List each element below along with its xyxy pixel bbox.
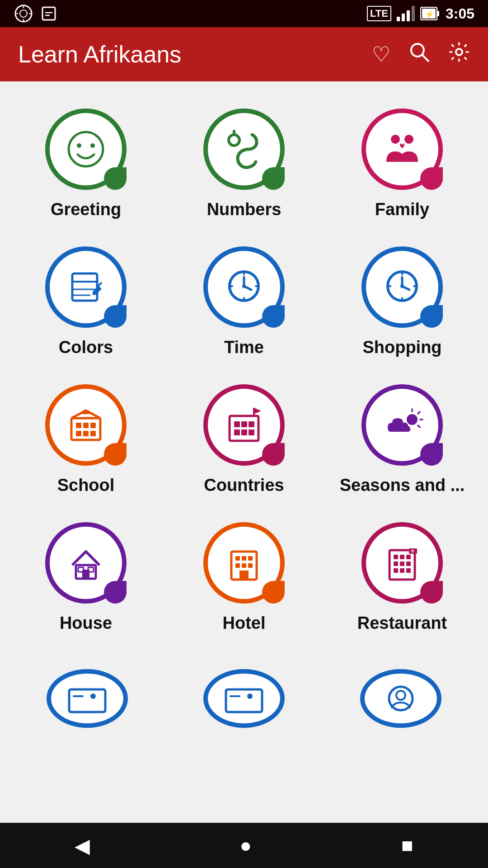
- family-label: Family: [375, 200, 429, 219]
- status-bar: LTE ⚡ 3:05: [0, 0, 488, 27]
- hotel-icon-container: [203, 522, 285, 604]
- countries-icon: [221, 402, 267, 448]
- svg-point-43: [400, 284, 404, 288]
- svg-rect-84: [394, 555, 398, 559]
- svg-rect-95: [69, 689, 105, 712]
- partial-item-1[interactable]: [9, 656, 166, 728]
- partial-item-2[interactable]: [166, 656, 323, 728]
- svg-point-100: [396, 691, 405, 700]
- svg-point-20: [69, 132, 103, 166]
- svg-rect-72: [78, 567, 84, 572]
- colors-icon: [63, 264, 108, 310]
- svg-point-65: [407, 414, 418, 425]
- svg-rect-50: [83, 423, 89, 428]
- category-hotel[interactable]: Hotel: [167, 509, 321, 642]
- svg-text:⚡: ⚡: [425, 10, 434, 19]
- svg-rect-91: [400, 568, 404, 573]
- seasons-icon: [380, 402, 425, 448]
- svg-point-1: [20, 10, 27, 17]
- home-button[interactable]: ●: [239, 834, 252, 857]
- category-grid: Greeting Numbers: [0, 81, 488, 656]
- svg-rect-49: [76, 423, 81, 428]
- partial-row: [0, 656, 488, 728]
- school-icon-bg: [45, 384, 127, 466]
- category-time[interactable]: Time: [167, 233, 321, 366]
- shopping-icon-container: [361, 246, 443, 328]
- hotel-label: Hotel: [223, 613, 266, 633]
- svg-point-25: [391, 135, 400, 144]
- lte-badge: LTE: [367, 6, 391, 21]
- seasons-icon-bg: [361, 384, 443, 466]
- house-icon-bg: [45, 522, 127, 604]
- category-greeting[interactable]: Greeting: [9, 95, 163, 228]
- shopping-icon: [380, 264, 425, 310]
- numbers-label: Numbers: [207, 200, 282, 219]
- signal-icon: [397, 6, 415, 21]
- family-icon: [380, 127, 425, 172]
- category-colors[interactable]: Colors: [9, 233, 163, 366]
- svg-rect-52: [76, 431, 81, 436]
- house-icon-container: [45, 522, 127, 604]
- countries-icon-bg: [203, 384, 285, 466]
- school-icon-container: [45, 384, 127, 466]
- search-icon[interactable]: [408, 41, 430, 68]
- recents-button[interactable]: ■: [401, 834, 413, 857]
- family-icon-container: [361, 108, 443, 190]
- greeting-icon: [63, 127, 108, 172]
- school-icon: [63, 402, 108, 448]
- svg-point-21: [77, 143, 81, 148]
- category-house[interactable]: House: [9, 509, 163, 642]
- svg-rect-78: [235, 563, 240, 568]
- svg-rect-90: [394, 568, 398, 573]
- svg-rect-81: [239, 571, 249, 580]
- svg-rect-85: [400, 555, 404, 559]
- shopping-label: Shopping: [362, 338, 441, 357]
- svg-rect-6: [42, 7, 55, 20]
- svg-point-19: [456, 49, 462, 55]
- settings-icon[interactable]: [448, 41, 470, 68]
- svg-rect-10: [402, 14, 405, 21]
- colors-icon-container: [45, 246, 127, 328]
- school-label: School: [57, 476, 115, 495]
- battery-icon: ⚡: [420, 7, 440, 20]
- favorites-icon[interactable]: ♡: [372, 42, 390, 66]
- numbers-icon: [221, 127, 267, 172]
- svg-line-31: [99, 283, 101, 286]
- svg-rect-51: [90, 423, 96, 428]
- house-label: House: [60, 613, 112, 633]
- restaurant-icon-bg: B: [361, 522, 443, 604]
- svg-rect-77: [248, 556, 253, 561]
- svg-rect-58: [241, 421, 247, 427]
- category-restaurant[interactable]: B Restaurant: [325, 509, 479, 642]
- colors-label: Colors: [59, 338, 113, 357]
- time-display: 3:05: [446, 5, 474, 22]
- svg-rect-60: [234, 429, 240, 435]
- house-icon: [63, 540, 108, 585]
- svg-text:B: B: [411, 549, 414, 553]
- app-bar: Learn Afrikaans ♡: [0, 27, 488, 81]
- svg-point-98: [247, 693, 253, 699]
- category-countries[interactable]: Countries: [167, 371, 321, 504]
- partial-icon-svg-1: [67, 683, 108, 714]
- svg-rect-57: [234, 421, 240, 427]
- restaurant-icon-container: B: [361, 522, 443, 604]
- greeting-icon-container: [45, 108, 127, 190]
- category-school[interactable]: School: [9, 371, 163, 504]
- category-shopping[interactable]: Shopping: [325, 233, 479, 366]
- svg-rect-86: [406, 555, 411, 559]
- app-bar-icons: ♡: [372, 41, 470, 68]
- category-seasons[interactable]: Seasons and ...: [325, 371, 479, 504]
- family-icon-bg: [361, 108, 443, 190]
- svg-rect-55: [82, 410, 89, 414]
- svg-rect-75: [235, 556, 240, 561]
- partial-item-3[interactable]: [322, 656, 479, 728]
- back-button[interactable]: ◀: [75, 834, 90, 857]
- numbers-icon-container: [203, 108, 285, 190]
- svg-rect-80: [248, 563, 253, 568]
- bottom-nav: ◀ ● ■: [0, 823, 488, 868]
- hotel-icon: [221, 540, 267, 585]
- svg-point-26: [404, 135, 413, 144]
- category-family[interactable]: Family: [325, 95, 479, 228]
- svg-line-69: [418, 425, 420, 427]
- category-numbers[interactable]: Numbers: [167, 95, 321, 228]
